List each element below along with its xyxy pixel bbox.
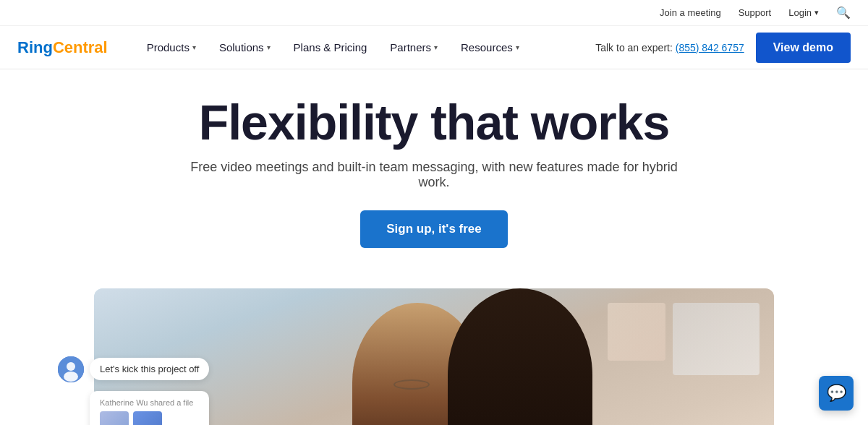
hero-section: Flexibility that works Free video meetin… [0,69,868,425]
chevron-down-icon: ▾ [516,43,519,51]
logo-ring: Ring [17,38,53,57]
login-link[interactable]: Login ▾ [788,7,819,18]
chevron-down-icon: ▾ [192,43,196,51]
file-icon-2 [133,411,162,425]
expert-text: Talk to an expert: (855) 842 6757 [595,42,744,53]
file-share-card: Katherine Wu shared a file [90,391,209,425]
nav-items: Products ▾ Solutions ▾ Plans & Pricing P… [137,35,596,59]
nav-partners[interactable]: Partners ▾ [380,35,448,59]
file-icons [100,411,199,425]
hero-image-container: Let's kick this project off Katherine Wu… [94,268,774,425]
file-icon-1 [100,411,129,425]
logo-central: Central [53,38,108,57]
chat-message: Let's kick this project off [58,356,209,382]
nav-resources[interactable]: Resources ▾ [451,35,529,59]
hero-subtitle: Free video meetings and built-in team me… [188,160,680,190]
svg-point-2 [64,372,78,382]
chat-bubble: Let's kick this project off [90,358,209,380]
nav-products[interactable]: Products ▾ [137,35,206,59]
search-icon[interactable]: 🔍 [836,6,851,20]
top-utility-bar: Join a meeting Support Login ▾ 🔍 [0,0,868,26]
expert-phone[interactable]: (855) 842 6757 [676,42,744,53]
nav-right: Talk to an expert: (855) 842 6757 View d… [595,33,851,63]
chat-widget-icon: 💬 [827,384,846,403]
view-demo-button[interactable]: View demo [756,33,851,63]
hero-title: Flexibility that works [199,95,670,150]
nav-plans-pricing[interactable]: Plans & Pricing [284,35,378,59]
chat-overlay: Let's kick this project off Katherine Wu… [58,356,209,425]
signup-button[interactable]: Sign up, it's free [360,210,508,248]
chat-widget-button[interactable]: 💬 [819,376,854,411]
main-nav: RingCentral Products ▾ Solutions ▾ Plans… [0,26,868,69]
avatar [58,356,84,382]
logo[interactable]: RingCentral [17,38,108,57]
svg-point-1 [67,362,75,371]
chevron-down-icon: ▾ [434,43,438,51]
file-sharer: Katherine Wu shared a file [100,398,199,407]
chevron-down-icon: ▾ [267,43,271,51]
nav-solutions[interactable]: Solutions ▾ [209,35,281,59]
join-meeting-link[interactable]: Join a meeting [660,7,721,18]
support-link[interactable]: Support [739,7,772,18]
